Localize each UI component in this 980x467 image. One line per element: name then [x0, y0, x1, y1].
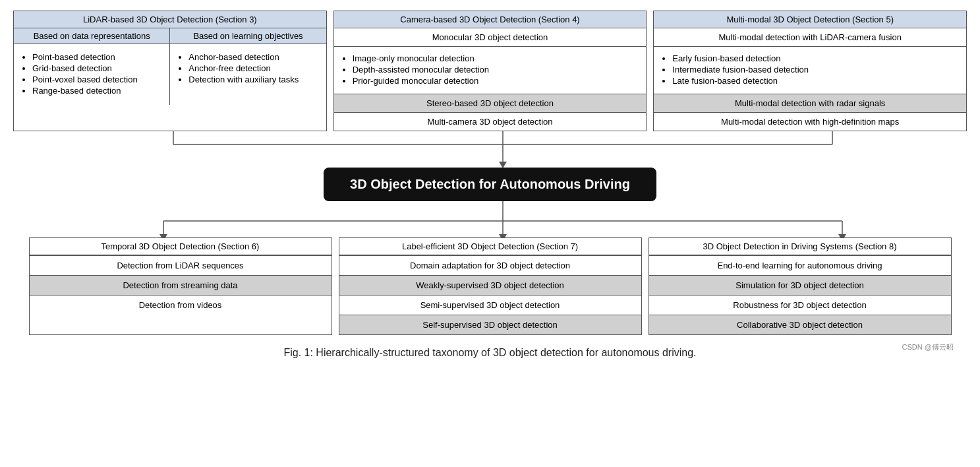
temporal-row-1: Detection from streaming data — [30, 275, 331, 295]
camera-row1-list: Image-only monocular detection Depth-ass… — [341, 51, 640, 90]
figure-caption: Fig. 1: Hierarchically-structured taxono… — [13, 347, 967, 359]
lidar-right-header: Based on learning objectives — [170, 28, 326, 44]
svg-marker-9 — [159, 234, 167, 237]
multimodal-row1: Multi-modal detection with LiDAR-camera … — [654, 28, 966, 46]
top-row: LiDAR-based 3D Object Detection (Section… — [13, 11, 967, 131]
camera-row1: Monocular 3D object detection — [334, 28, 647, 46]
label-efficient-row-1: Weakly-supervised 3D object detection — [339, 275, 641, 295]
lidar-title: LiDAR-based 3D Object Detection (Section… — [14, 11, 326, 28]
driving-systems-title: 3D Object Detection in Driving Systems (… — [649, 238, 951, 255]
lidar-left-header: Based on data representations — [14, 28, 169, 44]
driving-systems-row-0: End-to-end learning for autonomous drivi… — [649, 255, 951, 275]
label-efficient-row-2: Semi-supervised 3D object detection — [339, 295, 641, 315]
list-item: Prior-guided monocular detection — [353, 76, 640, 86]
list-item: Image-only monocular detection — [353, 53, 640, 63]
center-node-wrapper: 3D Object Detection for Autonomous Drivi… — [13, 168, 967, 201]
list-item: Early fusion-based detection — [672, 53, 960, 63]
multimodal-row2: Multi-modal detection with radar signals — [654, 94, 966, 112]
lidar-box: LiDAR-based 3D Object Detection (Section… — [13, 11, 327, 131]
driving-systems-row-1: Simulation for 3D object detection — [649, 275, 951, 295]
top-connector-area — [13, 131, 967, 168]
watermark: CSDN @傅云昭 — [902, 342, 954, 352]
list-item: Anchor-free detection — [188, 63, 319, 73]
bottom-row: Temporal 3D Object Detection (Section 6)… — [13, 237, 967, 335]
multimodal-row3: Multi-modal detection with high-definiti… — [654, 112, 966, 131]
multimodal-row1-list: Early fusion-based detection Intermediat… — [660, 51, 960, 90]
list-item: Depth-assisted monocular detection — [353, 65, 640, 75]
driving-systems-row-3: Collaborative 3D object detection — [649, 315, 951, 334]
temporal-row-0: Detection from LiDAR sequences — [30, 255, 331, 275]
temporal-title: Temporal 3D Object Detection (Section 6) — [30, 238, 331, 255]
svg-marker-13 — [838, 234, 846, 237]
lidar-body: Based on data representations Point-base… — [14, 28, 326, 105]
label-efficient-row-0: Domain adaptation for 3D object detectio… — [339, 255, 641, 275]
list-item: Anchor-based detection — [188, 52, 319, 62]
camera-box: Camera-based 3D Object Detection (Sectio… — [333, 11, 647, 131]
bottom-connector-svg — [13, 201, 967, 237]
list-item: Intermediate fusion-based detection — [672, 65, 960, 75]
driving-systems-box: 3D Object Detection in Driving Systems (… — [649, 237, 952, 335]
svg-marker-5 — [499, 162, 507, 168]
top-connector-svg — [13, 131, 967, 168]
list-item: Late fusion-based detection — [672, 76, 960, 86]
label-efficient-row-3: Self-supervised 3D object detection — [339, 315, 641, 334]
list-item: Grid-based detection — [32, 63, 163, 73]
label-efficient-box: Label-efficient 3D Object Detection (Sec… — [339, 237, 642, 335]
multimodal-title: Multi-modal 3D Object Detection (Section… — [654, 11, 966, 28]
center-node: 3D Object Detection for Autonomous Drivi… — [324, 168, 656, 201]
camera-row2: Stereo-based 3D object detection — [334, 94, 647, 112]
temporal-box: Temporal 3D Object Detection (Section 6)… — [29, 237, 332, 335]
temporal-row-2: Detection from videos — [30, 295, 331, 315]
multimodal-box: Multi-modal 3D Object Detection (Section… — [653, 11, 967, 131]
list-item: Range-based detection — [32, 86, 163, 96]
label-efficient-title: Label-efficient 3D Object Detection (Sec… — [339, 238, 641, 255]
camera-title: Camera-based 3D Object Detection (Sectio… — [334, 11, 647, 28]
lidar-right-list: Anchor-based detection Anchor-free detec… — [177, 49, 319, 88]
bottom-connector-area — [13, 201, 967, 237]
lidar-left-list: Point-based detection Grid-based detecti… — [20, 49, 163, 100]
list-item: Detection with auxiliary tasks — [188, 75, 319, 84]
list-item: Point-based detection — [32, 52, 163, 62]
page-wrapper: LiDAR-based 3D Object Detection (Section… — [13, 11, 967, 359]
list-item: Point-voxel based detection — [32, 75, 163, 84]
driving-systems-row-2: Robustness for 3D object detection — [649, 295, 951, 315]
camera-row3: Multi-camera 3D object detection — [334, 112, 647, 131]
svg-marker-11 — [499, 234, 507, 237]
